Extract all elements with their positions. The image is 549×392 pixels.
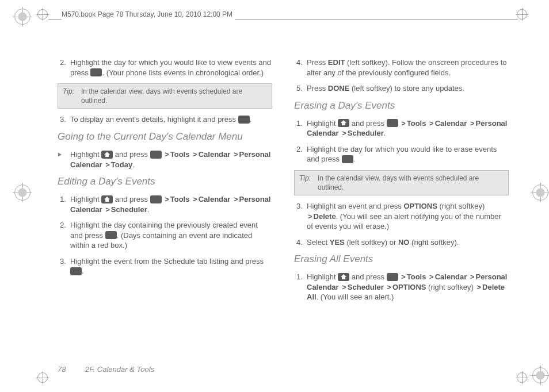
registration-br-icon [532, 367, 549, 384]
section-name: 2F. Calendar & Tools [85, 365, 154, 374]
step-number: 4. [294, 57, 307, 78]
page-footer: 78 2F. Calendar & Tools [58, 365, 154, 374]
bullet-icon [58, 149, 70, 170]
ok-key-icon [70, 267, 82, 275]
tip-label: Tip: [299, 174, 318, 192]
list-item: 3. Highlight the event from the Schedule… [58, 256, 272, 276]
tip-text: In the calendar view, days with events s… [81, 87, 267, 105]
running-header: M570.book Page 78 Thursday, June 10, 201… [62, 10, 235, 20]
right-column: 4. Press EDIT (left softkey). Follow the… [294, 57, 509, 360]
step-number: 5. [294, 83, 307, 94]
section-heading: Editing a Day's Events [58, 175, 272, 189]
step-text: Highlight an event and press OPTIONS (ri… [307, 201, 509, 232]
page-content: 2. Highlight the day for which you would… [58, 57, 509, 360]
step-number: 3. [58, 256, 70, 276]
registration-right-icon [532, 184, 549, 201]
step-number: 4. [294, 237, 307, 248]
list-item: 1. Highlight and press >Tools >Calendar … [294, 118, 509, 139]
step-number: 2. [58, 220, 70, 251]
svg-marker-0 [58, 152, 62, 156]
home-icon [338, 119, 349, 127]
left-column: 2. Highlight the day for which you would… [58, 57, 272, 360]
ok-key-icon [90, 68, 102, 76]
step-text: Press DONE (left softkey) to store any u… [307, 83, 509, 94]
step-text: Highlight the day containing the previou… [70, 220, 272, 251]
step-text: Highlight the event from the Schedule ta… [70, 256, 272, 276]
tip-label: Tip: [63, 87, 81, 105]
crop-mark-tl [36, 8, 49, 21]
step-text: Press EDIT (left softkey). Follow the on… [307, 57, 509, 78]
list-item: 3. Highlight an event and press OPTIONS … [294, 201, 509, 232]
step-text: Select YES (left softkey) or NO (right s… [307, 237, 509, 248]
ok-key-icon [238, 116, 250, 124]
step-text: Highlight and press >Tools >Calendar >Pe… [307, 272, 509, 302]
home-icon [101, 151, 113, 159]
step-number: 1. [294, 272, 307, 302]
tip-text: In the calendar view, days with events s… [318, 174, 504, 192]
ok-key-icon [387, 119, 398, 127]
ok-key-icon [150, 151, 162, 159]
home-icon [101, 195, 113, 203]
list-item: 1. Highlight and press >Tools >Calendar … [294, 272, 509, 302]
step-number: 3. [58, 114, 70, 125]
step-number: 1. [58, 194, 70, 214]
list-item: 1. Highlight and press >Tools >Calendar … [58, 194, 272, 214]
list-item: 2. Highlight the day for which you would… [294, 144, 509, 164]
tip-box: Tip: In the calendar view, days with eve… [58, 83, 272, 109]
list-item: 3. To display an event's details, highli… [58, 114, 272, 125]
step-text: Highlight and press >Tools >Calendar >Pe… [307, 118, 509, 139]
list-item: Highlight and press >Tools >Calendar >Pe… [58, 149, 272, 170]
step-number: 2. [294, 144, 307, 164]
crop-mark-br [516, 371, 528, 384]
step-text: Highlight and press >Tools >Calendar >Pe… [70, 194, 272, 214]
home-icon [338, 273, 349, 281]
list-item: 2. Highlight the day containing the prev… [58, 220, 272, 251]
registration-tl-icon [14, 8, 31, 25]
section-heading: Erasing All Events [294, 253, 509, 266]
ok-key-icon [387, 273, 398, 281]
step-text: To display an event's details, highlight… [70, 114, 272, 125]
ok-key-icon [105, 231, 117, 239]
tip-box: Tip: In the calendar view, days with eve… [294, 170, 509, 195]
step-number: 2. [58, 57, 70, 78]
section-heading: Erasing a Day's Events [294, 99, 509, 113]
list-item: 4. Select YES (left softkey) or NO (righ… [294, 237, 509, 248]
step-text: Highlight and press >Tools >Calendar >Pe… [70, 149, 272, 170]
step-number: 3. [294, 201, 307, 232]
step-number: 1. [294, 118, 307, 139]
ok-key-icon [150, 195, 162, 203]
ok-key-icon [342, 155, 353, 163]
list-item: 4. Press EDIT (left softkey). Follow the… [294, 57, 509, 78]
step-text: Highlight the day for which you would li… [70, 57, 272, 78]
registration-left-icon [14, 184, 31, 201]
list-item: 5. Press DONE (left softkey) to store an… [294, 83, 509, 94]
page-number: 78 [58, 365, 66, 374]
step-text: Highlight the day for which you would li… [307, 144, 509, 164]
list-item: 2. Highlight the day for which you would… [58, 57, 272, 78]
section-heading: Going to the Current Day's Calendar Menu [58, 130, 272, 144]
crop-mark-bl [36, 371, 49, 384]
